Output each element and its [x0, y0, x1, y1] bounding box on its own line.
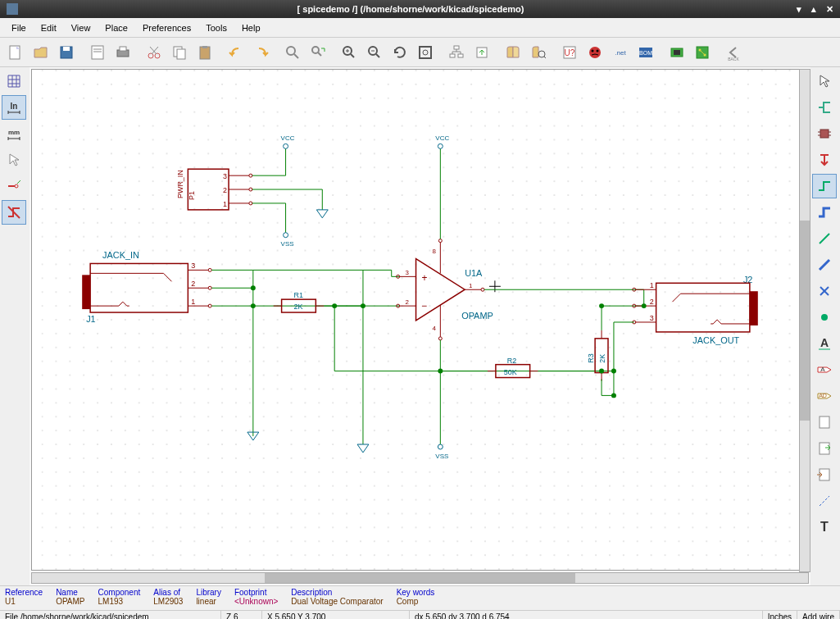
menu-help[interactable]: Help: [235, 20, 267, 35]
svg-text:50K: 50K: [504, 368, 517, 376]
svg-text:P1: P1: [188, 191, 196, 200]
svg-text:R2: R2: [507, 357, 516, 365]
zoom-out-icon[interactable]: [362, 40, 387, 65]
place-wire-icon[interactable]: [812, 174, 837, 198]
place-text-icon[interactable]: T: [812, 515, 837, 539]
left-toolbar: In mm: [0, 67, 30, 585]
place-global-label-icon[interactable]: A: [812, 357, 837, 382]
import-sheet-pin-icon[interactable]: [812, 436, 837, 461]
zoom-fit-icon[interactable]: [413, 40, 438, 65]
place-power-icon[interactable]: [812, 148, 837, 172]
bom-icon[interactable]: BOM: [633, 40, 658, 65]
place-bus-entry-icon[interactable]: [812, 253, 837, 277]
svg-point-177: [611, 393, 616, 398]
place-sheet-pin-icon[interactable]: [812, 462, 837, 487]
place-component-icon[interactable]: [812, 121, 837, 146]
zoom-redraw-icon[interactable]: [388, 40, 412, 65]
svg-line-204: [820, 260, 829, 270]
cut-icon[interactable]: [142, 40, 166, 65]
paste-icon[interactable]: [193, 40, 217, 65]
svg-rect-48: [674, 50, 680, 55]
redo-icon[interactable]: [249, 40, 274, 65]
new-icon[interactable]: [3, 40, 28, 65]
save-icon[interactable]: [54, 40, 79, 65]
place-hier-label-icon[interactable]: AD: [812, 384, 837, 408]
svg-text:A: A: [820, 336, 829, 349]
place-junction-icon[interactable]: [812, 305, 837, 330]
svg-text:U?: U?: [565, 48, 575, 57]
find-replace-icon[interactable]: [306, 40, 330, 65]
svg-text:R1: R1: [294, 291, 303, 299]
menu-tools[interactable]: Tools: [199, 20, 234, 35]
place-line-icon[interactable]: [812, 489, 837, 513]
svg-line-23: [351, 54, 354, 57]
library-browser-icon[interactable]: [526, 40, 551, 65]
find-icon[interactable]: [280, 40, 305, 65]
svg-rect-13: [177, 49, 185, 59]
maximize-button[interactable]: ▴: [811, 4, 816, 15]
netlist-icon[interactable]: .net: [608, 40, 633, 65]
info-description-label: Description: [291, 588, 383, 597]
place-bus-icon[interactable]: [812, 200, 837, 225]
close-button[interactable]: ✕: [826, 4, 833, 15]
svg-line-38: [544, 57, 546, 58]
svg-point-28: [423, 50, 428, 55]
units-in-icon[interactable]: In: [2, 95, 26, 120]
zoom-in-icon[interactable]: [337, 40, 361, 65]
svg-text:2: 2: [650, 298, 654, 306]
info-name-value: OPAMP: [56, 597, 84, 606]
svg-text:2K: 2K: [598, 354, 606, 363]
menu-place[interactable]: Place: [98, 20, 134, 35]
schematic-canvas[interactable]: PWR_IN P1 3 2 1 VCC: [31, 69, 809, 571]
menu-preferences[interactable]: Preferences: [136, 20, 198, 35]
minimize-button[interactable]: ▾: [797, 4, 801, 15]
hierarchy-icon[interactable]: [444, 40, 469, 65]
horizontal-scrollbar[interactable]: [31, 572, 809, 584]
highlight-net-icon[interactable]: [812, 95, 837, 120]
bus-direction-icon[interactable]: [2, 200, 26, 225]
svg-rect-70: [42, 70, 799, 570]
page-settings-icon[interactable]: [85, 40, 110, 65]
svg-text:AD: AD: [819, 393, 827, 398]
grid-icon[interactable]: [2, 69, 26, 93]
leave-sheet-icon[interactable]: [470, 40, 494, 65]
open-icon[interactable]: [29, 40, 53, 65]
undo-icon[interactable]: [224, 40, 248, 65]
menu-view[interactable]: View: [65, 20, 98, 35]
menu-file[interactable]: File: [5, 20, 33, 35]
svg-text:VSS: VSS: [281, 240, 294, 248]
status-mode: Add wire: [797, 611, 840, 619]
menu-edit[interactable]: Edit: [34, 20, 63, 35]
svg-rect-30: [450, 54, 455, 57]
info-alias-value: LM2903: [153, 597, 183, 606]
print-icon[interactable]: [111, 40, 135, 65]
vertical-scrollbar[interactable]: [799, 69, 810, 572]
library-editor-icon[interactable]: [501, 40, 525, 65]
svg-rect-14: [200, 47, 210, 59]
svg-text:BACK: BACK: [728, 57, 739, 61]
annotate-icon[interactable]: U?: [557, 40, 582, 65]
place-sheet-icon[interactable]: [812, 410, 837, 435]
svg-line-26: [376, 54, 379, 57]
cursor-shape-icon[interactable]: [2, 148, 26, 172]
select-icon[interactable]: [812, 69, 837, 93]
svg-rect-180: [750, 291, 758, 325]
svg-point-195: [611, 369, 616, 374]
info-footprint-value: <Unknown>: [234, 597, 278, 606]
svg-text:1: 1: [650, 281, 654, 289]
svg-text:3: 3: [191, 262, 195, 270]
svg-text:2: 2: [191, 280, 195, 288]
copy-icon[interactable]: [167, 40, 192, 65]
place-wire-entry-icon[interactable]: [812, 226, 837, 251]
pcbnew-icon[interactable]: [690, 40, 715, 65]
units-mm-icon[interactable]: mm: [2, 121, 26, 146]
hidden-pins-icon[interactable]: [2, 174, 26, 198]
cvpcb-icon[interactable]: [665, 40, 689, 65]
place-label-icon[interactable]: A: [812, 331, 837, 356]
svg-rect-29: [454, 46, 459, 49]
svg-text:BOM: BOM: [639, 50, 652, 56]
place-noconnect-icon[interactable]: [812, 279, 837, 303]
svg-text:JACK_OUT: JACK_OUT: [692, 335, 739, 345]
erc-icon[interactable]: [583, 40, 607, 65]
back-icon[interactable]: BACK: [721, 40, 746, 65]
